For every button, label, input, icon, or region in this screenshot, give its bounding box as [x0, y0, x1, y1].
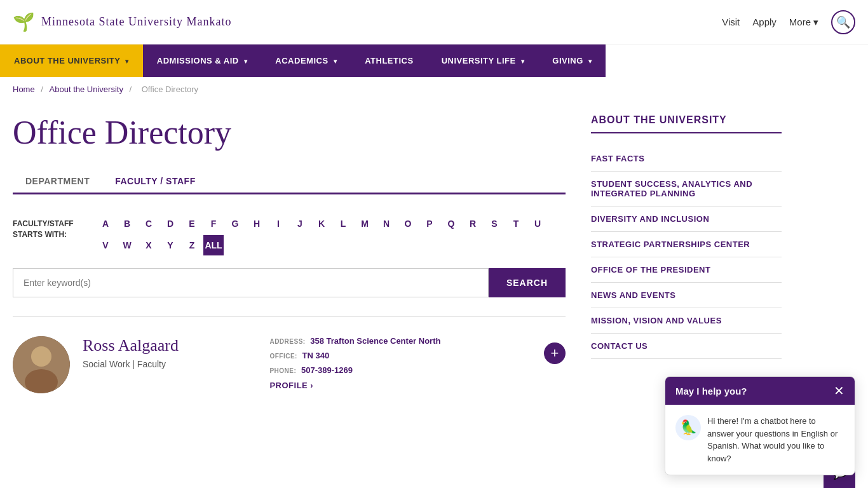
sidebar-link-5[interactable]: NEWS AND EVENTS: [591, 283, 782, 308]
avatar-image: [13, 336, 70, 393]
alpha-btn-v[interactable]: V: [95, 235, 116, 255]
avatar: [13, 336, 70, 393]
alpha-btn-h[interactable]: H: [247, 214, 267, 234]
header-actions: Visit Apply More ▾ 🔍: [722, 10, 855, 34]
alpha-btn-m[interactable]: M: [355, 214, 375, 234]
main-content: Office Directory Department Faculty / St…: [13, 114, 566, 393]
chatbot-widget: May I help you? ✕ 🦜 Hi there! I'm a chat…: [665, 376, 855, 419]
tab-department[interactable]: Department: [13, 170, 102, 194]
alpha-btn-j[interactable]: J: [290, 214, 310, 234]
alpha-btn-x[interactable]: X: [139, 235, 159, 255]
chevron-down-icon: ▾: [588, 58, 592, 65]
sidebar-link-0[interactable]: FAST FACTS: [591, 146, 782, 172]
sidebar-links: FAST FACTSSTUDENT SUCCESS, ANALYTICS AND…: [591, 146, 782, 359]
alpha-btn-l[interactable]: L: [333, 214, 353, 234]
alpha-btn-u[interactable]: U: [527, 214, 548, 234]
office-label: OFFICE:: [269, 353, 297, 360]
sidebar-link-1[interactable]: STUDENT SUCCESS, ANALYTICS AND INTEGRATE…: [591, 172, 782, 207]
office-row: OFFICE: TN 340: [269, 351, 531, 360]
sidebar-link-2[interactable]: DIVERSITY AND INCLUSION: [591, 207, 782, 232]
search-button[interactable]: 🔍: [831, 10, 855, 34]
person-name: Ross Aalgaard: [83, 336, 257, 355]
logo-text: Minnesota State University Mankato: [41, 15, 231, 29]
alpha-label: FACULTY/STAFF STARTS WITH:: [13, 214, 95, 240]
nav-item-about[interactable]: ABOUT THE UNIVERSITY ▾: [0, 44, 143, 77]
alpha-btn-p[interactable]: P: [419, 214, 440, 234]
chatbot-header: May I help you? ✕: [665, 377, 855, 405]
office-value: TN 340: [302, 351, 330, 360]
breadcrumb-separator: /: [41, 85, 45, 94]
alpha-btn-y[interactable]: Y: [160, 235, 180, 255]
person-details: ADDRESS: 358 Trafton Science Center Nort…: [269, 336, 531, 390]
sidebar-link-4[interactable]: OFFICE OF THE PRESIDENT: [591, 257, 782, 283]
chatbot-body: 🦜 Hi there! I'm a chatbot here to answer…: [665, 405, 855, 419]
chevron-right-icon: ›: [310, 381, 313, 390]
alpha-letters: ABCDEFGHIJKLMNOPQRSTUVWXYZALL: [95, 214, 566, 255]
alpha-btn-w[interactable]: W: [117, 235, 137, 255]
alpha-btn-all[interactable]: ALL: [203, 235, 224, 255]
phone-value: 507-389-1269: [301, 365, 353, 375]
nav-item-university-life[interactable]: UNIVERSITY LIFE ▾: [428, 44, 539, 77]
search-submit-button[interactable]: SEARCH: [489, 268, 566, 297]
chevron-down-icon: ▾: [125, 58, 129, 65]
nav-item-academics[interactable]: ACADEMICS ▾: [261, 44, 351, 77]
alpha-btn-f[interactable]: F: [203, 214, 224, 234]
alpha-filter: FACULTY/STAFF STARTS WITH: ABCDEFGHIJKLM…: [13, 214, 566, 255]
breadcrumb-about[interactable]: About the University: [50, 85, 123, 94]
nav-item-admissions[interactable]: ADMISSIONS & AID ▾: [143, 44, 261, 77]
alpha-btn-g[interactable]: G: [225, 214, 245, 234]
alpha-btn-n[interactable]: N: [376, 214, 397, 234]
person-role: Social Work | Faculty: [83, 359, 257, 369]
search-bar: SEARCH: [13, 268, 566, 297]
alpha-btn-t[interactable]: T: [506, 214, 526, 234]
alpha-btn-e[interactable]: E: [182, 214, 202, 234]
phone-label: PHONE:: [269, 367, 296, 374]
phone-row: PHONE: 507-389-1269: [269, 365, 531, 375]
address-value: 358 Trafton Science Center North: [310, 336, 440, 346]
breadcrumb-home[interactable]: Home: [13, 85, 35, 94]
logo-icon: 🌱: [13, 11, 35, 32]
address-label: ADDRESS:: [269, 338, 305, 345]
chevron-down-icon: ▾: [521, 58, 525, 65]
sidebar-link-7[interactable]: CONTACT US: [591, 334, 782, 359]
chatbot-title: May I help you?: [675, 386, 747, 396]
alpha-btn-r[interactable]: R: [463, 214, 483, 234]
chatbot-avatar: 🦜: [675, 415, 701, 419]
nav-item-giving[interactable]: GIVING ▾: [538, 44, 606, 77]
alpha-btn-b[interactable]: B: [117, 214, 137, 234]
profile-link[interactable]: PROFILE ›: [269, 381, 313, 390]
chatbot-close-button[interactable]: ✕: [834, 384, 844, 397]
breadcrumb-separator2: /: [130, 85, 134, 94]
sidebar-link-3[interactable]: STRATEGIC PARTNERSHIPS CENTER: [591, 232, 782, 257]
address-row: ADDRESS: 358 Trafton Science Center Nort…: [269, 336, 531, 346]
alpha-btn-d[interactable]: D: [160, 214, 180, 234]
chatbot-message: Hi there! I'm a chatbot here to answer y…: [707, 415, 844, 419]
sidebar-link-6[interactable]: MISSION, VISION AND VALUES: [591, 308, 782, 334]
chevron-down-icon: ▾: [334, 58, 337, 65]
page-title: Office Directory: [13, 114, 566, 151]
sidebar: ABOUT THE UNIVERSITY FAST FACTSSTUDENT S…: [591, 114, 782, 393]
logo[interactable]: 🌱 Minnesota State University Mankato: [13, 11, 231, 32]
alpha-btn-k[interactable]: K: [311, 214, 332, 234]
alpha-btn-s[interactable]: S: [484, 214, 505, 234]
tab-faculty-staff[interactable]: Faculty / Staff: [102, 170, 208, 194]
alpha-btn-z[interactable]: Z: [182, 235, 202, 255]
nav-item-athletics[interactable]: ATHLETICS: [351, 44, 427, 77]
site-header: 🌱 Minnesota State University Mankato Vis…: [0, 0, 868, 44]
alpha-btn-q[interactable]: Q: [441, 214, 461, 234]
person-card: Ross Aalgaard Social Work | Faculty ADDR…: [13, 316, 566, 393]
breadcrumb: Home / About the University / Office Dir…: [0, 77, 868, 102]
alpha-btn-a[interactable]: A: [95, 214, 116, 234]
more-button[interactable]: More ▾: [789, 17, 818, 28]
chevron-down-icon: ▾: [813, 17, 818, 28]
visit-link[interactable]: Visit: [722, 17, 740, 27]
expand-button[interactable]: +: [544, 342, 566, 364]
svg-point-1: [31, 346, 51, 367]
nav-list: ABOUT THE UNIVERSITY ▾ ADMISSIONS & AID …: [0, 44, 868, 77]
alpha-btn-o[interactable]: O: [398, 214, 418, 234]
alpha-btn-c[interactable]: C: [139, 214, 159, 234]
apply-link[interactable]: Apply: [752, 17, 776, 27]
person-info: Ross Aalgaard Social Work | Faculty: [83, 336, 257, 369]
alpha-btn-i[interactable]: I: [268, 214, 288, 234]
search-input[interactable]: [13, 268, 489, 297]
